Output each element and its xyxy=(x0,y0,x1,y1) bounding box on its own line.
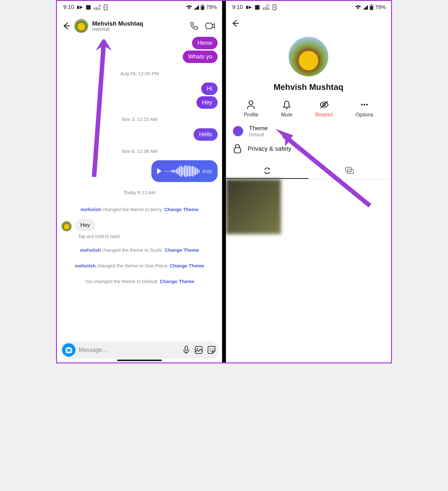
battery-icon xyxy=(370,4,373,10)
wifi-icon xyxy=(186,5,192,10)
svg-rect-0 xyxy=(77,6,79,9)
restrict-action[interactable]: Restrict xyxy=(315,100,332,118)
avatar-small[interactable] xyxy=(61,221,72,231)
svg-rect-6 xyxy=(206,23,212,29)
bell-icon xyxy=(282,100,292,109)
svg-rect-4 xyxy=(202,4,203,5)
phone-left-chat: 9:10 0KB/s 78% Mehvish Mushtaq mehviish … xyxy=(57,1,224,362)
svg-rect-1 xyxy=(104,5,107,10)
mic-icon[interactable] xyxy=(182,345,190,354)
signal-icon xyxy=(194,5,199,10)
stop-icon xyxy=(255,5,260,10)
media-grid[interactable] xyxy=(226,179,391,234)
back-arrow-icon[interactable] xyxy=(61,21,70,30)
svg-rect-30 xyxy=(234,148,241,153)
theme-label: Theme xyxy=(249,125,268,132)
svg-rect-3 xyxy=(201,6,204,10)
change-theme-link[interactable]: Change Theme xyxy=(164,207,199,212)
voice-message[interactable]: 0:02 xyxy=(151,160,218,182)
phone-right-profile: 9:10 21KB/s 78% Mehvish Mushtaq Profile … xyxy=(224,1,391,362)
tab-media[interactable] xyxy=(308,163,391,179)
status-time: 9:10 xyxy=(232,4,243,11)
profile-action[interactable]: Profile xyxy=(244,100,258,118)
stop-icon xyxy=(86,5,91,10)
message-input[interactable]: Message… xyxy=(79,347,179,353)
svg-rect-10 xyxy=(185,346,188,351)
action-row: Profile Mute Restrict Options xyxy=(232,100,385,118)
gallery-icon[interactable] xyxy=(195,346,203,354)
sent-message[interactable]: Hey xyxy=(196,96,218,109)
profile-icon xyxy=(246,100,256,109)
system-message: You changed the theme to Default. Change… xyxy=(64,278,215,285)
video-call-icon[interactable] xyxy=(205,21,216,31)
media-tabs xyxy=(226,163,391,179)
chat-header: Mehvish Mushtaq mehviish xyxy=(57,12,222,36)
more-icon xyxy=(360,100,369,109)
contact-name: Mehvish Mushtaq xyxy=(92,20,186,27)
incoming-row: Hey xyxy=(61,219,218,231)
sent-message[interactable]: Hi xyxy=(201,83,218,95)
sync-icon xyxy=(263,167,271,175)
system-message: mehviish changed the theme to Berry. Cha… xyxy=(64,206,215,213)
privacy-setting[interactable]: Privacy & safety xyxy=(226,140,391,157)
theme-value: Default xyxy=(249,132,268,137)
battery-percent: 78% xyxy=(206,4,217,11)
received-message[interactable]: Hey xyxy=(75,219,95,231)
battery-percent: 78% xyxy=(375,4,386,11)
restrict-icon xyxy=(319,100,329,109)
react-hint: Tap and hold to react xyxy=(78,234,218,239)
svg-point-23 xyxy=(249,101,253,105)
svg-rect-17 xyxy=(246,6,248,9)
audio-call-icon[interactable] xyxy=(189,21,199,31)
svg-rect-9 xyxy=(68,347,70,348)
contact-name-block[interactable]: Mehvish Mushtaq mehviish xyxy=(92,20,186,32)
change-theme-link[interactable]: Change Theme xyxy=(164,247,199,253)
svg-point-28 xyxy=(364,104,365,106)
svg-point-14 xyxy=(210,349,211,350)
timestamp: Aug 26, 12:35 PM xyxy=(61,71,218,76)
signal-icon xyxy=(363,5,368,10)
media-icon xyxy=(345,167,355,175)
mute-action[interactable]: Mute xyxy=(281,100,292,118)
lock-icon xyxy=(233,144,242,154)
timestamp: Today 8:11 AM xyxy=(61,190,218,195)
status-icon xyxy=(77,5,83,10)
sent-message[interactable]: Whats yo xyxy=(183,51,218,63)
profile-name: Mehvish Mushtaq xyxy=(274,82,343,92)
profile-center: Mehvish Mushtaq xyxy=(226,37,391,92)
change-theme-link[interactable]: Change Theme xyxy=(170,263,204,268)
status-icon xyxy=(246,5,252,10)
system-message: mehviish changed the theme to One Piece.… xyxy=(64,262,215,269)
system-message: mehviish changed the theme to Sushi. Cha… xyxy=(64,247,215,253)
profile-avatar[interactable] xyxy=(289,37,328,76)
options-action[interactable]: Options xyxy=(356,100,373,118)
camera-button[interactable] xyxy=(62,343,76,357)
tab-shared[interactable] xyxy=(226,163,308,179)
waveform[interactable] xyxy=(165,165,199,178)
status-bar: 9:10 21KB/s 78% xyxy=(226,1,391,12)
messages-list[interactable]: Heow Whats yo Aug 26, 12:35 PM Hi Hey No… xyxy=(57,36,222,291)
status-bar: 9:10 0KB/s 78% xyxy=(57,1,222,12)
back-arrow-icon[interactable] xyxy=(230,19,239,28)
svg-point-29 xyxy=(366,104,368,106)
sent-message[interactable]: Heow xyxy=(192,37,218,49)
svg-rect-20 xyxy=(370,6,373,10)
device-icon xyxy=(104,4,108,10)
sticker-icon[interactable] xyxy=(207,346,216,354)
sent-message[interactable]: Hello xyxy=(194,128,218,141)
svg-point-15 xyxy=(212,349,213,350)
kb-indicator: 0KB/s xyxy=(94,4,100,10)
play-icon[interactable] xyxy=(157,168,162,174)
timestamp: Nov 3, 11:25 AM xyxy=(61,116,218,122)
wifi-icon xyxy=(355,5,361,10)
timestamp: Nov 4, 11:38 AM xyxy=(61,148,218,154)
avatar[interactable] xyxy=(74,19,88,33)
message-composer: Message… xyxy=(60,341,219,359)
theme-setting[interactable]: Theme Default xyxy=(226,122,391,140)
svg-point-27 xyxy=(361,104,363,106)
home-indicator[interactable] xyxy=(117,360,162,361)
contact-handle: mehviish xyxy=(92,27,186,32)
change-theme-link[interactable]: Change Theme xyxy=(160,279,195,284)
media-thumbnail[interactable] xyxy=(226,179,281,234)
status-time: 9:10 xyxy=(63,4,74,11)
